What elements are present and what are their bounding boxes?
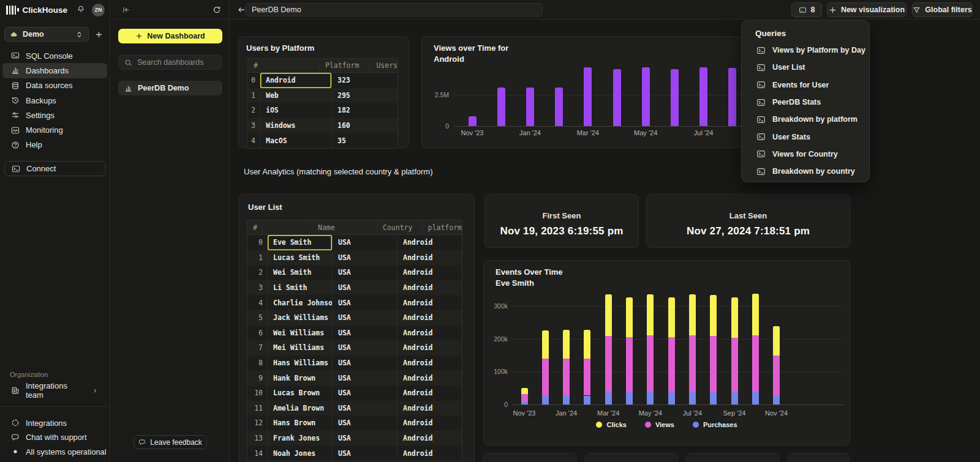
country-cell[interactable]: USA — [333, 326, 398, 341]
country-cell[interactable]: USA — [333, 401, 398, 416]
users-cell[interactable]: 160 — [332, 118, 398, 133]
users-cell[interactable]: 323 — [332, 73, 398, 88]
dashboard-title-input[interactable] — [245, 3, 543, 17]
table-row[interactable]: 0 Android 323 — [248, 73, 398, 88]
query-menu-item[interactable]: User List — [742, 59, 869, 76]
query-menu-item[interactable]: PeerDB Stats — [742, 94, 869, 111]
platform-cell[interactable]: Android — [398, 310, 462, 326]
table-row[interactable]: 12 Hans Brown USA Android — [247, 415, 462, 431]
country-cell[interactable]: USA — [333, 445, 398, 461]
country-cell[interactable]: USA — [333, 415, 398, 431]
connect-button[interactable]: Connect — [4, 161, 106, 176]
table-row[interactable]: 14 Noah Jones USA Android — [247, 445, 462, 461]
name-cell[interactable]: Lucas Brown — [268, 386, 333, 401]
name-cell[interactable]: Amelia Brown — [268, 401, 333, 416]
name-cell[interactable]: Hans Williams — [268, 356, 333, 371]
table-row[interactable]: 9 Hank Brown USA Android — [247, 370, 462, 386]
name-cell[interactable]: Hank Brown — [268, 370, 333, 386]
table-row[interactable]: 1 Web 295 — [248, 88, 398, 103]
sidebar-nav-item[interactable]: Backups — [2, 93, 107, 108]
name-cell[interactable]: Hans Brown — [268, 415, 333, 431]
sidebar-footer-item[interactable]: Chat with support — [2, 431, 107, 444]
platform-cell[interactable]: MacOS — [260, 133, 332, 148]
sidebar-nav-item[interactable]: SQL Console — [2, 48, 107, 63]
query-menu-item[interactable]: Events for User — [742, 76, 869, 94]
users-cell[interactable]: 295 — [332, 88, 398, 103]
name-cell[interactable]: Lucas Smith — [268, 250, 333, 266]
workspace-selector[interactable]: Demo — [4, 27, 89, 42]
name-cell[interactable]: Frank Jones — [268, 431, 333, 446]
platform-cell[interactable]: Android — [260, 73, 332, 88]
sidebar-nav-item[interactable]: Settings — [2, 108, 107, 122]
name-cell[interactable]: Eve Smith — [268, 235, 333, 250]
table-row[interactable]: 11 Amelia Brown USA Android — [247, 401, 462, 416]
platform-cell[interactable]: Android — [398, 235, 462, 250]
country-cell[interactable]: USA — [333, 340, 398, 356]
queries-count-button[interactable]: 8 — [791, 2, 822, 17]
platform-cell[interactable]: Android — [398, 431, 462, 446]
country-cell[interactable]: USA — [333, 370, 398, 386]
country-cell[interactable]: USA — [333, 386, 398, 401]
platform-cell[interactable]: Android — [398, 386, 462, 401]
table-row[interactable]: 3 Windows 160 — [248, 118, 398, 133]
global-filters-button[interactable]: Global filters — [912, 2, 973, 17]
platform-cell[interactable]: Android — [398, 356, 462, 371]
table-row[interactable]: 2 iOS 182 — [248, 103, 398, 118]
platform-cell[interactable]: Android — [398, 326, 462, 341]
platform-cell[interactable]: iOS — [260, 103, 332, 118]
dashboard-list-item[interactable]: PeerDB Demo — [118, 81, 222, 95]
country-cell[interactable]: USA — [333, 250, 398, 266]
leave-feedback-button[interactable]: Leave feedback — [134, 435, 207, 449]
platform-cell[interactable]: Android — [398, 415, 462, 431]
platform-cell[interactable]: Android — [398, 370, 462, 386]
table-row[interactable]: 7 Mei Williams USA Android — [247, 340, 462, 356]
new-dashboard-button[interactable]: New Dashboard — [118, 29, 222, 43]
table-row[interactable]: 10 Lucas Brown USA Android — [247, 386, 462, 401]
country-cell[interactable]: USA — [333, 431, 398, 446]
platform-cell[interactable]: Android — [398, 401, 462, 416]
search-input[interactable] — [137, 58, 216, 67]
query-menu-item[interactable]: User Stats — [742, 128, 869, 145]
platform-cell[interactable]: Android — [398, 265, 462, 280]
refresh-icon[interactable] — [213, 6, 221, 14]
platform-cell[interactable]: Android — [398, 250, 462, 266]
name-cell[interactable]: Noah Jones — [268, 445, 333, 461]
name-cell[interactable]: Jack Williams — [268, 310, 333, 326]
new-visualization-button[interactable]: New visualization — [827, 2, 907, 17]
table-row[interactable]: 6 Wei Williams USA Android — [247, 326, 462, 341]
platform-cell[interactable]: Windows — [260, 118, 332, 133]
sidebar-nav-item[interactable]: Monitoring — [2, 122, 107, 137]
add-service-button[interactable] — [92, 28, 105, 40]
query-menu-item[interactable]: Breakdown by country — [742, 163, 869, 180]
users-cell[interactable]: 35 — [332, 133, 398, 148]
country-cell[interactable]: USA — [333, 235, 398, 250]
sidebar-nav-item[interactable]: Data sources — [2, 78, 107, 93]
name-cell[interactable]: Wei Smith — [268, 265, 333, 280]
query-menu-item[interactable]: Breakdown by platform — [742, 111, 869, 128]
table-row[interactable]: 0 Eve Smith USA Android — [247, 235, 462, 250]
table-row[interactable]: 4 Charlie Johnson USA Android — [247, 295, 462, 310]
avatar[interactable]: ZN — [92, 4, 105, 17]
platform-cell[interactable]: Android — [398, 280, 462, 296]
query-menu-item[interactable]: Views by Platform by Day — [742, 42, 869, 59]
platform-cell[interactable]: Android — [398, 340, 462, 356]
country-cell[interactable]: USA — [333, 310, 398, 326]
platform-cell[interactable]: Android — [398, 445, 462, 461]
sidebar-footer-item[interactable]: Integrations — [2, 416, 107, 430]
sidebar-footer-item[interactable]: All systems operational — [2, 445, 107, 458]
country-cell[interactable]: USA — [333, 280, 398, 296]
table-row[interactable]: 13 Frank Jones USA Android — [247, 431, 462, 446]
table-row[interactable]: 3 Li Smith USA Android — [247, 280, 462, 296]
organization-team-item[interactable]: Integrations team — [2, 383, 107, 398]
name-cell[interactable]: Mei Williams — [268, 340, 333, 356]
sidebar-nav-item[interactable]: Dashboards — [2, 63, 107, 78]
table-row[interactable]: 5 Jack Williams USA Android — [247, 310, 462, 326]
country-cell[interactable]: USA — [333, 265, 398, 280]
collapse-left-icon[interactable] — [122, 6, 130, 14]
platform-cell[interactable]: Android — [398, 295, 462, 310]
country-cell[interactable]: USA — [333, 356, 398, 371]
table-row[interactable]: 1 Lucas Smith USA Android — [247, 250, 462, 266]
name-cell[interactable]: Charlie Johnson — [268, 295, 333, 310]
query-menu-item[interactable]: Views for Country — [742, 146, 869, 163]
users-cell[interactable]: 182 — [332, 103, 398, 118]
